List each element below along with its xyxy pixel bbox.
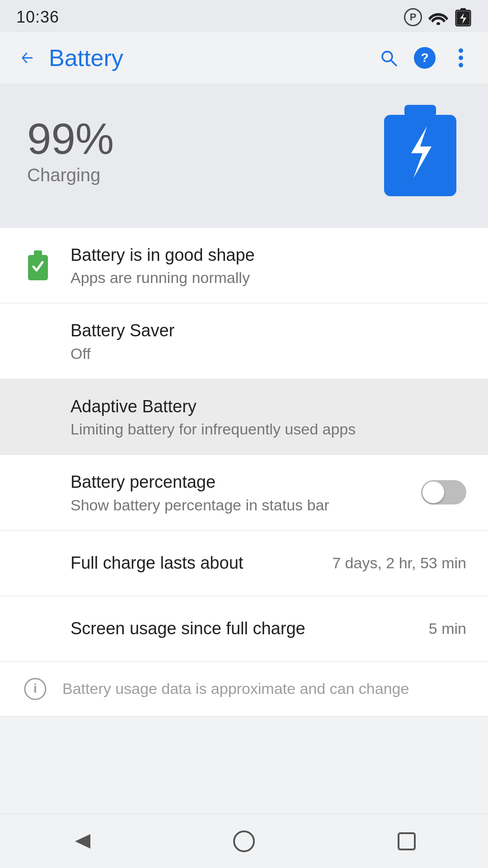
search-button[interactable] <box>372 42 405 74</box>
help-icon: ? <box>413 46 436 70</box>
nav-back-icon <box>70 830 93 853</box>
battery-saver-subtitle: Off <box>70 345 466 363</box>
svg-rect-13 <box>404 105 436 117</box>
full-charge-trailing: 7 days, 2 hr, 53 min <box>332 554 466 572</box>
battery-saver-no-icon <box>22 325 54 358</box>
battery-percentage-title: Battery percentage <box>70 471 421 493</box>
nav-recents-button[interactable] <box>380 823 434 859</box>
nav-back-button[interactable] <box>54 823 108 859</box>
svg-point-11 <box>459 63 463 67</box>
more-options-icon <box>458 47 464 69</box>
svg-rect-12 <box>384 115 456 196</box>
svg-point-10 <box>459 56 463 60</box>
help-button[interactable]: ? <box>408 42 441 74</box>
battery-percentage-subtitle: Show battery percentage in status bar <box>70 496 421 514</box>
search-icon <box>379 48 398 67</box>
svg-rect-2 <box>460 8 466 11</box>
back-button[interactable] <box>11 42 43 74</box>
info-note-row: i Battery usage data is approximate and … <box>0 662 488 717</box>
battery-percentage-toggle[interactable] <box>421 480 466 505</box>
info-circle-icon: i <box>22 675 49 703</box>
battery-charging-visual-icon <box>380 101 461 201</box>
svg-marker-19 <box>75 834 90 849</box>
toggle-knob <box>422 481 444 503</box>
screen-usage-trailing: 5 min <box>429 620 466 637</box>
battery-status-label: Charging <box>27 165 114 185</box>
adaptive-battery-no-icon <box>22 401 54 433</box>
adaptive-battery-subtitle: Limiting battery for infrequently used a… <box>70 420 466 438</box>
svg-text:i: i <box>33 681 37 695</box>
navigation-bar <box>0 814 488 868</box>
status-time: 10:36 <box>16 8 59 27</box>
nav-home-button[interactable] <box>217 823 271 859</box>
battery-saver-content: Battery Saver Off <box>70 320 466 362</box>
battery-percentage-content: Battery percentage Show battery percenta… <box>70 471 421 514</box>
battery-percentage-toggle-container <box>421 480 466 505</box>
battery-percentage-no-icon <box>22 476 54 509</box>
battery-health-content: Battery is in good shape Apps are runnin… <box>70 244 466 287</box>
full-charge-item[interactable]: Full charge lasts about 7 days, 2 hr, 53… <box>0 531 488 596</box>
svg-text:?: ? <box>421 51 428 65</box>
adaptive-battery-title: Adaptive Battery <box>70 396 466 418</box>
battery-percentage-display: 99% <box>27 117 114 160</box>
svg-line-6 <box>391 61 397 66</box>
screen-usage-item[interactable]: Screen usage since full charge 5 min <box>0 596 488 662</box>
full-charge-title: Full charge lasts about <box>70 552 332 574</box>
screen-usage-value: 5 min <box>429 620 466 637</box>
svg-rect-16 <box>34 250 42 256</box>
battery-status-icon <box>455 8 472 27</box>
app-bar: Battery ? <box>0 33 488 83</box>
svg-rect-21 <box>399 833 415 849</box>
page-title: Battery <box>49 44 372 71</box>
full-charge-content: Full charge lasts about <box>70 552 332 574</box>
parking-icon: P <box>404 8 422 26</box>
full-charge-value: 7 days, 2 hr, 53 min <box>332 554 466 572</box>
wifi-icon <box>428 9 448 25</box>
battery-health-subtitle: Apps are running normally <box>70 269 466 287</box>
app-bar-actions: ? <box>372 42 477 74</box>
settings-list: Battery is in good shape Apps are runnin… <box>0 228 488 717</box>
battery-saver-title: Battery Saver <box>70 320 466 342</box>
nav-home-icon <box>232 830 256 853</box>
svg-point-20 <box>234 831 254 851</box>
battery-check-icon <box>22 249 54 282</box>
battery-percentage-item[interactable]: Battery percentage Show battery percenta… <box>0 455 488 530</box>
battery-saver-item[interactable]: Battery Saver Off <box>0 303 488 379</box>
full-charge-no-icon <box>22 547 54 580</box>
adaptive-battery-content: Adaptive Battery Limiting battery for in… <box>70 396 466 438</box>
status-icons: P <box>404 8 472 27</box>
screen-usage-content: Screen usage since full charge <box>70 618 429 640</box>
more-options-button[interactable] <box>445 42 477 74</box>
back-arrow-icon <box>19 50 35 66</box>
adaptive-battery-item[interactable]: Adaptive Battery Limiting battery for in… <box>0 379 488 455</box>
screen-usage-title: Screen usage since full charge <box>70 618 429 640</box>
screen-usage-no-icon <box>22 613 54 645</box>
battery-info: 99% Charging <box>27 117 114 185</box>
svg-point-9 <box>459 48 463 53</box>
battery-health-item[interactable]: Battery is in good shape Apps are runnin… <box>0 228 488 303</box>
svg-point-0 <box>436 22 440 25</box>
nav-recents-icon <box>396 830 418 852</box>
status-bar: 10:36 P <box>0 0 488 33</box>
battery-health-title: Battery is in good shape <box>70 244 466 266</box>
battery-header: 99% Charging <box>0 83 488 228</box>
info-note-text: Battery usage data is approximate and ca… <box>62 680 466 698</box>
